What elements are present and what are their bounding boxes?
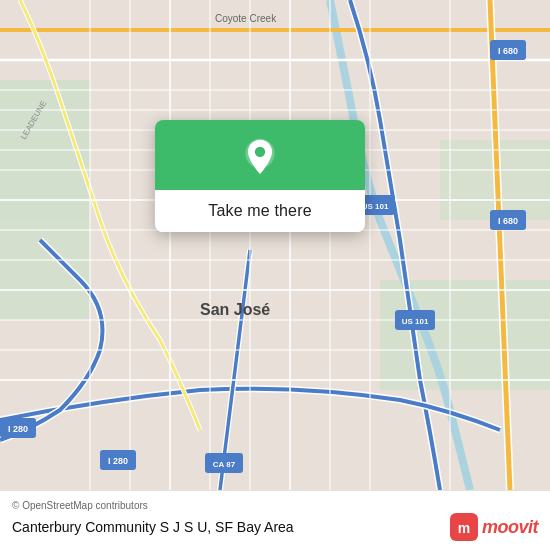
bottom-bar: © OpenStreetMap contributors Canterbury … (0, 490, 550, 550)
svg-text:m: m (458, 520, 470, 536)
moovit-icon: m (450, 513, 478, 541)
svg-text:I 680: I 680 (498, 216, 518, 226)
svg-point-44 (255, 147, 265, 157)
location-pin-icon (241, 138, 279, 176)
svg-text:Coyote Creek: Coyote Creek (215, 13, 277, 24)
popup-green-area (155, 120, 365, 190)
take-me-there-button[interactable]: Take me there (155, 190, 365, 232)
svg-text:I 280: I 280 (108, 456, 128, 466)
svg-text:US 101: US 101 (362, 202, 389, 211)
svg-text:CA 87: CA 87 (213, 460, 236, 469)
popup-card: Take me there (155, 120, 365, 232)
svg-text:I 680: I 680 (498, 46, 518, 56)
moovit-brand-text: moovit (482, 517, 538, 538)
location-title: Canterbury Community S J S U, SF Bay Are… (12, 519, 294, 535)
svg-text:US 101: US 101 (402, 317, 429, 326)
copyright-text: © OpenStreetMap contributors (12, 500, 538, 511)
svg-text:San José: San José (200, 301, 270, 318)
map-container: I 680 I 680 US 101 US 101 I 280 I 280 CA… (0, 0, 550, 490)
svg-rect-2 (0, 220, 90, 320)
svg-text:I 280: I 280 (8, 424, 28, 434)
moovit-logo: m moovit (450, 513, 538, 541)
